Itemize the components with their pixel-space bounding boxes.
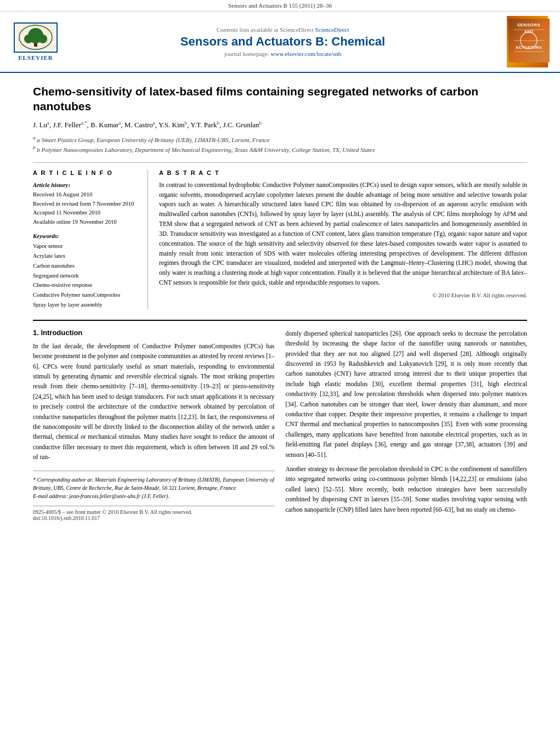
footnote-area: * Corresponding author at: Materials Eng…	[33, 471, 275, 500]
article-info-heading: A R T I C L E I N F O	[33, 169, 139, 176]
date-received: Received 16 August 2010	[33, 190, 139, 200]
journal-title: Sensors and Actuators B: Chemical	[63, 35, 502, 49]
affiliation-a: a a Smart Plastics Group, European Unive…	[33, 134, 527, 144]
journal-header: ELSEVIER Contents lists available at Sci…	[0, 12, 560, 73]
keyword-5: Conductive Polymer nanoComposites	[33, 290, 139, 300]
elsevier-logo: ELSEVIER	[8, 22, 63, 61]
affiliation-b: b b Polymer Nanocomposites Laboratory, D…	[33, 144, 527, 154]
homepage-url[interactable]: www.elsevier.com/locate/snb	[271, 50, 342, 57]
doi: doi:10.1016/j.snb.2010.11.017	[33, 515, 275, 521]
elsevier-label: ELSEVIER	[18, 54, 53, 61]
svg-text:AND: AND	[524, 30, 533, 33]
keyword-0: Vapor sensor	[33, 241, 139, 251]
svg-text:ACTUATORS: ACTUATORS	[516, 46, 542, 49]
intro-para-3: Another strategy to decrease the percola…	[286, 464, 528, 514]
article-info-abstract: A R T I C L E I N F O Article history: R…	[33, 162, 527, 310]
top-bar: Sensors and Actuators B 155 (2011) 28–36	[0, 0, 560, 12]
paper-content: Chemo-sensitivity of latex-based films c…	[0, 73, 560, 532]
elsevier-box	[14, 22, 58, 53]
keyword-3: Segregated network	[33, 271, 139, 281]
history-label: Article history:	[33, 182, 139, 188]
intro-heading: 1. Introduction	[33, 329, 275, 337]
intro-para-2: domly dispersed spherical nanoparticles …	[286, 329, 528, 460]
keywords-label: Keywords:	[33, 233, 139, 239]
sensors-actuators-logo: SENSORS AND ACTUATORS	[502, 16, 552, 67]
bottom-notice: 0925-4005/$ – see front matter © 2010 El…	[33, 506, 275, 521]
sciencedirect-line: Contents lists available at ScienceDirec…	[63, 26, 502, 33]
journal-volume: Sensors and Actuators B 155 (2011) 28–36	[228, 2, 332, 9]
keyword-1: Acrylate latex	[33, 251, 139, 261]
keyword-4: Chemo-resistive response	[33, 280, 139, 290]
footnote-corresponding: * Corresponding author at: Materials Eng…	[33, 476, 275, 492]
svg-point-5	[38, 35, 47, 43]
journal-center: Contents lists available at ScienceDirec…	[63, 26, 502, 57]
footnote-email: E-mail address: jean-francois.feller@uni…	[33, 492, 275, 500]
sciencedirect-link[interactable]: ScienceDirect	[315, 26, 349, 33]
keywords-list: Vapor sensor Acrylate latex Carbon nanot…	[33, 241, 139, 310]
abstract-text: In contrast to conventional hydrophobic …	[159, 180, 527, 288]
journal-homepage: journal homepage: www.elsevier.com/locat…	[63, 50, 502, 57]
intro-para-1: In the last decade, the development of C…	[33, 341, 275, 462]
svg-text:SENSORS: SENSORS	[517, 22, 540, 27]
affiliations: a a Smart Plastics Group, European Unive…	[33, 134, 527, 154]
keywords-section: Keywords: Vapor sensor Acrylate latex Ca…	[33, 233, 139, 310]
keyword-6: Spray layer by layer assembly	[33, 300, 139, 310]
body-left-column: 1. Introduction In the last decade, the …	[33, 329, 275, 521]
sensors-logo-box: SENSORS AND ACTUATORS	[507, 16, 548, 67]
paper-title: Chemo-sensitivity of latex-based films c…	[33, 84, 527, 114]
article-info-panel: A R T I C L E I N F O Article history: R…	[33, 169, 148, 310]
date-accepted: Accepted 11 November 2010	[33, 208, 139, 218]
body-columns: 1. Introduction In the last decade, the …	[33, 320, 527, 521]
abstract-heading: A B S T R A C T	[159, 169, 527, 176]
date-revised: Received in revised form 7 November 2010	[33, 200, 139, 209]
date-available: Available online 19 November 2010	[33, 218, 139, 227]
abstract-section: A B S T R A C T In contrast to conventio…	[159, 169, 527, 310]
keyword-2: Carbon nanotubes	[33, 261, 139, 271]
body-right-column: domly dispersed spherical nanoparticles …	[286, 329, 528, 521]
authors-line: J. Lua, J.F. Fellera,*, B. Kumara, M. Ca…	[33, 120, 527, 129]
article-dates: Received 16 August 2010 Received in revi…	[33, 190, 139, 227]
issn-notice: 0925-4005/$ – see front matter © 2010 El…	[33, 509, 275, 515]
copyright-line: © 2010 Elsevier B.V. All rights reserved…	[159, 292, 527, 298]
svg-point-4	[24, 35, 33, 43]
